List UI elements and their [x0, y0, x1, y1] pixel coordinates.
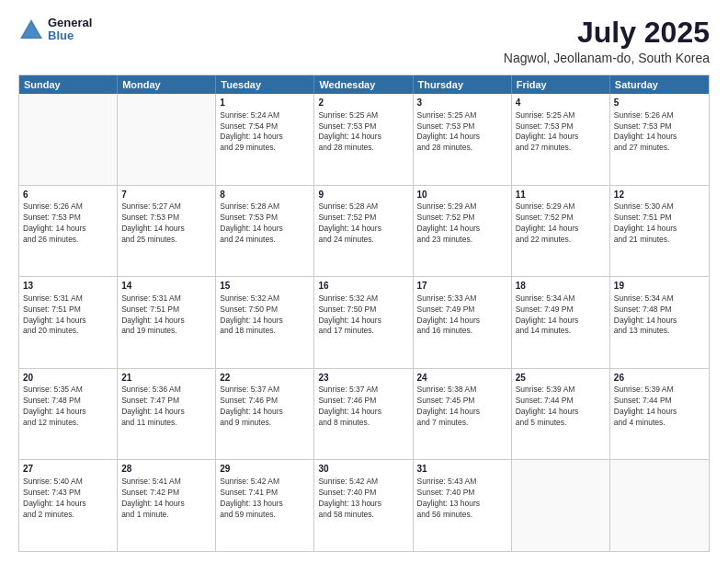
cal-cell: 5Sunrise: 5:26 AM Sunset: 7:53 PM Daylig… — [610, 94, 709, 185]
cal-row-2: 13Sunrise: 5:31 AM Sunset: 7:51 PM Dayli… — [19, 276, 709, 368]
cal-cell: 7Sunrise: 5:27 AM Sunset: 7:53 PM Daylig… — [118, 186, 216, 277]
day-number: 26 — [614, 372, 705, 385]
cal-cell: 31Sunrise: 5:43 AM Sunset: 7:40 PM Dayli… — [414, 460, 512, 551]
cell-info: Sunrise: 5:34 AM Sunset: 7:49 PM Dayligh… — [516, 293, 606, 338]
calendar-body: 1Sunrise: 5:24 AM Sunset: 7:54 PM Daylig… — [19, 94, 709, 551]
cal-header-monday: Monday — [118, 75, 216, 94]
cell-info: Sunrise: 5:41 AM Sunset: 7:42 PM Dayligh… — [121, 477, 211, 521]
day-number: 12 — [614, 189, 705, 201]
cal-cell: 28Sunrise: 5:41 AM Sunset: 7:42 PM Dayli… — [118, 460, 216, 551]
day-number: 13 — [23, 280, 113, 293]
day-number: 7 — [121, 189, 211, 201]
logo-line2: Blue — [48, 29, 92, 42]
day-number: 14 — [121, 280, 211, 293]
cal-cell — [512, 460, 610, 551]
cal-row-4: 27Sunrise: 5:40 AM Sunset: 7:43 PM Dayli… — [19, 459, 709, 551]
day-number: 18 — [516, 280, 606, 293]
day-number: 5 — [614, 97, 705, 109]
day-number: 28 — [121, 463, 211, 476]
cell-info: Sunrise: 5:33 AM Sunset: 7:49 PM Dayligh… — [417, 293, 507, 338]
day-number: 31 — [417, 463, 507, 476]
cal-header-saturday: Saturday — [610, 75, 709, 94]
cell-info: Sunrise: 5:39 AM Sunset: 7:44 PM Dayligh… — [516, 385, 606, 429]
calendar: SundayMondayTuesdayWednesdayThursdayFrid… — [18, 75, 710, 552]
cal-cell: 30Sunrise: 5:42 AM Sunset: 7:40 PM Dayli… — [314, 460, 413, 551]
cal-header-thursday: Thursday — [414, 75, 512, 94]
day-number: 10 — [417, 189, 507, 201]
cal-cell: 18Sunrise: 5:34 AM Sunset: 7:49 PM Dayli… — [512, 277, 610, 368]
day-number: 20 — [23, 372, 113, 385]
cell-info: Sunrise: 5:34 AM Sunset: 7:48 PM Dayligh… — [614, 293, 705, 338]
cell-info: Sunrise: 5:42 AM Sunset: 7:41 PM Dayligh… — [220, 477, 310, 521]
logo-line1: General — [48, 17, 92, 29]
cell-info: Sunrise: 5:32 AM Sunset: 7:50 PM Dayligh… — [220, 293, 310, 338]
cell-info: Sunrise: 5:29 AM Sunset: 7:52 PM Dayligh… — [417, 201, 507, 246]
cal-cell: 11Sunrise: 5:29 AM Sunset: 7:52 PM Dayli… — [512, 186, 610, 277]
cal-row-1: 6Sunrise: 5:26 AM Sunset: 7:53 PM Daylig… — [19, 185, 709, 277]
day-number: 22 — [220, 372, 310, 385]
cal-cell: 15Sunrise: 5:32 AM Sunset: 7:50 PM Dayli… — [216, 277, 314, 368]
cell-info: Sunrise: 5:35 AM Sunset: 7:48 PM Dayligh… — [23, 385, 113, 429]
cal-cell: 22Sunrise: 5:37 AM Sunset: 7:46 PM Dayli… — [216, 369, 314, 460]
cal-header-wednesday: Wednesday — [314, 75, 413, 94]
cal-cell: 1Sunrise: 5:24 AM Sunset: 7:54 PM Daylig… — [216, 94, 314, 185]
day-number: 15 — [220, 280, 310, 293]
cell-info: Sunrise: 5:32 AM Sunset: 7:50 PM Dayligh… — [318, 293, 408, 338]
cal-cell: 21Sunrise: 5:36 AM Sunset: 7:47 PM Dayli… — [118, 369, 216, 460]
cal-cell: 26Sunrise: 5:39 AM Sunset: 7:44 PM Dayli… — [610, 369, 709, 460]
calendar-header: SundayMondayTuesdayWednesdayThursdayFrid… — [19, 75, 709, 94]
cal-cell: 23Sunrise: 5:37 AM Sunset: 7:46 PM Dayli… — [314, 369, 413, 460]
title-section: July 2025 Nagwol, Jeollanam-do, South Ko… — [504, 17, 710, 65]
cal-cell: 6Sunrise: 5:26 AM Sunset: 7:53 PM Daylig… — [19, 186, 118, 277]
cal-cell: 14Sunrise: 5:31 AM Sunset: 7:51 PM Dayli… — [118, 277, 216, 368]
cal-cell: 12Sunrise: 5:30 AM Sunset: 7:51 PM Dayli… — [610, 186, 709, 277]
day-number: 8 — [220, 189, 310, 201]
day-number: 9 — [318, 189, 408, 201]
location: Nagwol, Jeollanam-do, South Korea — [504, 51, 710, 65]
cell-info: Sunrise: 5:25 AM Sunset: 7:53 PM Dayligh… — [417, 110, 507, 155]
cal-cell — [610, 460, 709, 551]
logo: General Blue — [18, 17, 92, 43]
day-number: 2 — [318, 97, 408, 109]
day-number: 19 — [614, 280, 705, 293]
day-number: 23 — [318, 372, 408, 385]
day-number: 4 — [516, 97, 606, 109]
logo-icon — [18, 17, 44, 42]
cell-info: Sunrise: 5:30 AM Sunset: 7:51 PM Dayligh… — [614, 201, 705, 246]
cal-cell: 16Sunrise: 5:32 AM Sunset: 7:50 PM Dayli… — [314, 277, 413, 368]
cal-cell: 25Sunrise: 5:39 AM Sunset: 7:44 PM Dayli… — [512, 369, 610, 460]
day-number: 29 — [220, 463, 310, 476]
header: General Blue July 2025 Nagwol, Jeollanam… — [18, 17, 710, 65]
cell-info: Sunrise: 5:31 AM Sunset: 7:51 PM Dayligh… — [121, 293, 211, 338]
cal-cell: 17Sunrise: 5:33 AM Sunset: 7:49 PM Dayli… — [414, 277, 512, 368]
cell-info: Sunrise: 5:37 AM Sunset: 7:46 PM Dayligh… — [318, 385, 408, 429]
cal-cell: 9Sunrise: 5:28 AM Sunset: 7:52 PM Daylig… — [314, 186, 413, 277]
cell-info: Sunrise: 5:24 AM Sunset: 7:54 PM Dayligh… — [220, 110, 310, 155]
day-number: 21 — [121, 372, 211, 385]
cell-info: Sunrise: 5:27 AM Sunset: 7:53 PM Dayligh… — [121, 201, 211, 246]
cell-info: Sunrise: 5:36 AM Sunset: 7:47 PM Dayligh… — [121, 385, 211, 429]
cell-info: Sunrise: 5:42 AM Sunset: 7:40 PM Dayligh… — [318, 477, 408, 521]
page: General Blue July 2025 Nagwol, Jeollanam… — [0, 0, 728, 563]
cell-info: Sunrise: 5:26 AM Sunset: 7:53 PM Dayligh… — [614, 110, 705, 155]
cell-info: Sunrise: 5:28 AM Sunset: 7:53 PM Dayligh… — [220, 201, 310, 246]
cal-cell: 24Sunrise: 5:38 AM Sunset: 7:45 PM Dayli… — [414, 369, 512, 460]
cal-header-sunday: Sunday — [19, 75, 118, 94]
cal-cell — [19, 94, 118, 185]
cell-info: Sunrise: 5:39 AM Sunset: 7:44 PM Dayligh… — [614, 385, 705, 429]
day-number: 27 — [23, 463, 113, 476]
cal-cell: 2Sunrise: 5:25 AM Sunset: 7:53 PM Daylig… — [314, 94, 413, 185]
cell-info: Sunrise: 5:40 AM Sunset: 7:43 PM Dayligh… — [23, 477, 113, 521]
day-number: 11 — [516, 189, 606, 201]
cal-cell: 13Sunrise: 5:31 AM Sunset: 7:51 PM Dayli… — [19, 277, 118, 368]
day-number: 25 — [516, 372, 606, 385]
cell-info: Sunrise: 5:26 AM Sunset: 7:53 PM Dayligh… — [23, 201, 113, 246]
day-number: 24 — [417, 372, 507, 385]
cal-cell: 10Sunrise: 5:29 AM Sunset: 7:52 PM Dayli… — [414, 186, 512, 277]
cell-info: Sunrise: 5:25 AM Sunset: 7:53 PM Dayligh… — [516, 110, 606, 155]
cal-cell: 19Sunrise: 5:34 AM Sunset: 7:48 PM Dayli… — [610, 277, 709, 368]
cell-info: Sunrise: 5:31 AM Sunset: 7:51 PM Dayligh… — [23, 293, 113, 338]
cell-info: Sunrise: 5:29 AM Sunset: 7:52 PM Dayligh… — [516, 201, 606, 246]
cal-cell: 4Sunrise: 5:25 AM Sunset: 7:53 PM Daylig… — [512, 94, 610, 185]
cal-cell — [118, 94, 216, 185]
